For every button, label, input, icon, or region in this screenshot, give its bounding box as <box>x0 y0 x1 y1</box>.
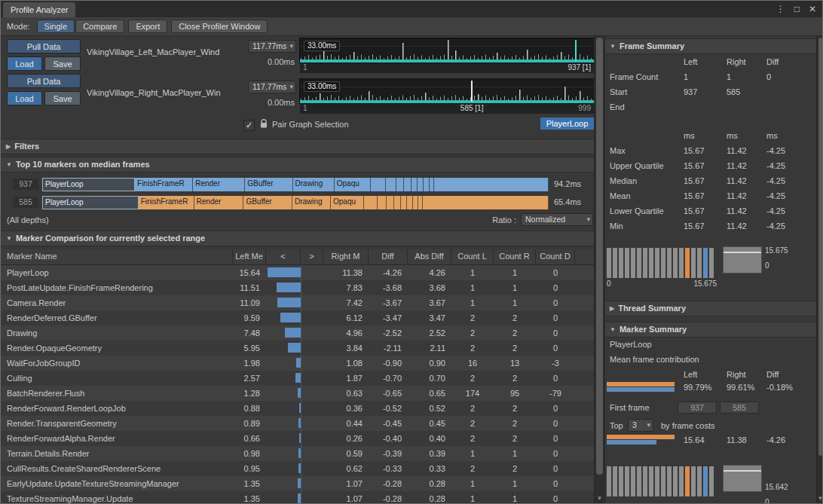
marker-row[interactable]: CullResults.CreateSharedRendererScene0.9… <box>1 461 594 476</box>
median-frame-bar[interactable]: PlayerLoopFinishFrameRRenderGBufferDrawi… <box>42 196 549 209</box>
filters-header[interactable]: ▶Filters <box>1 139 594 154</box>
marker-segment[interactable] <box>378 196 387 209</box>
frame-index-chip[interactable]: 937 <box>13 179 38 190</box>
top-n-dropdown[interactable]: 3 ▾ <box>628 419 653 432</box>
pull-data-right-button[interactable]: Pull Data <box>7 74 81 88</box>
marker-segment[interactable]: FinishFrameR <box>139 196 194 209</box>
marker-segment[interactable] <box>434 178 549 191</box>
marker-segment[interactable] <box>371 178 386 191</box>
marker-segment[interactable] <box>424 178 430 191</box>
marker-row[interactable]: Terrain.Details.Render0.980.59-0.390.391… <box>1 446 594 461</box>
main-scrollbar[interactable]: ▼ <box>594 35 604 503</box>
marker-row[interactable]: Render.OpaqueGeometry5.953.84-2.112.1122… <box>1 341 594 356</box>
column-header[interactable]: Diff <box>369 249 408 264</box>
marker-segment[interactable] <box>407 196 413 209</box>
scrollbar-thumb[interactable] <box>818 38 822 456</box>
ratio-dropdown[interactable]: Normalized ▾ <box>521 213 593 226</box>
column-header[interactable]: Count R <box>494 249 536 264</box>
frame-index-chip[interactable]: 585 <box>13 197 38 208</box>
panel-scrollbar[interactable]: ▼ <box>816 35 823 503</box>
column-header[interactable]: Abs Diff <box>408 249 451 264</box>
marker-segment[interactable]: PlayerLoop <box>42 196 139 209</box>
marker-segment[interactable] <box>394 196 401 209</box>
marker-segment[interactable] <box>418 178 424 191</box>
scroll-down-icon[interactable]: ▼ <box>817 495 823 502</box>
ratio-value: Normalized <box>525 215 565 224</box>
marker-row[interactable]: PostLateUpdate.FinishFrameRendering11.51… <box>1 280 594 295</box>
maximize-icon[interactable]: □ <box>794 4 800 14</box>
marker-segment[interactable] <box>423 196 549 209</box>
marker-row[interactable]: Culling2.571.87-0.700.70220 <box>1 371 594 386</box>
marker-segment[interactable]: GBuffer <box>243 196 292 209</box>
marker-row[interactable]: Render.TransparentGeometry0.890.44-0.450… <box>1 416 594 431</box>
mode-compare-button[interactable]: Compare <box>75 20 124 33</box>
marker-segment[interactable] <box>387 196 394 209</box>
pull-data-left-button[interactable]: Pull Data <box>7 39 81 53</box>
marker-histogram[interactable]: 15.642 0 <box>605 462 816 503</box>
marker-segment[interactable] <box>401 196 407 209</box>
marker-segment[interactable] <box>430 178 435 191</box>
marker-segment[interactable]: Render <box>194 196 244 209</box>
marker-row[interactable]: BatchRenderer.Flush1.280.63-0.650.651749… <box>1 386 594 401</box>
marker-segment[interactable] <box>396 178 405 191</box>
column-header[interactable]: Right M <box>323 249 369 264</box>
marker-row[interactable]: PlayerLoop15.6411.38-4.264.26110 <box>1 265 594 280</box>
column-header[interactable]: Count L <box>451 249 494 264</box>
marker-row[interactable]: RenderDeferred.GBuffer9.596.12-3.473.472… <box>1 310 594 325</box>
close-profiler-window-button[interactable]: Close Profiler Window <box>171 20 268 33</box>
marker-segment[interactable] <box>413 196 418 209</box>
frame-histogram[interactable]: 15.675 0 0 15.675 <box>605 243 816 296</box>
marker-row[interactable]: WaitForJobGroupID1.981.08-0.900.901613-3 <box>1 356 594 371</box>
marker-segment[interactable] <box>418 196 424 209</box>
marker-summary-header[interactable]: ▼Marker Summary <box>605 322 816 338</box>
marker-segment[interactable] <box>364 196 377 209</box>
marker-row[interactable]: EarlyUpdate.UpdateTextureStreamingManage… <box>1 476 594 491</box>
mode-single-button[interactable]: Single <box>37 20 75 33</box>
marker-row[interactable]: TextureStreamingManager.Update1.351.07-0… <box>1 491 594 503</box>
left-frame-time-graph[interactable]: 33.00ms <box>300 38 594 63</box>
marker-segment[interactable]: Opaqu <box>335 178 372 191</box>
menu-icon[interactable]: ⋮ <box>776 4 785 14</box>
selected-marker-chip[interactable]: PlayerLoop <box>540 118 594 130</box>
load-left-button[interactable]: Load <box>7 57 42 71</box>
scrollbar-thumb[interactable] <box>596 38 603 475</box>
column-header[interactable]: Marker Name <box>1 249 233 264</box>
close-icon[interactable]: ✕ <box>809 4 816 14</box>
marker-row[interactable]: Drawing7.484.96-2.522.52220 <box>1 325 594 341</box>
marker-row[interactable]: RenderForwardAlpha.Render0.660.26-0.400.… <box>1 431 594 446</box>
right-max-range-dropdown[interactable]: 117.77ms ▾ <box>248 81 296 93</box>
right-frame-time-graph[interactable]: 33.00ms <box>300 79 594 103</box>
column-header[interactable]: Count D <box>536 249 575 264</box>
first-frame-left-button[interactable]: 937 <box>678 402 717 414</box>
tab-profile-analyzer[interactable]: Profile Analyzer <box>3 2 75 17</box>
save-right-button[interactable]: Save <box>44 91 81 105</box>
marker-segment[interactable] <box>404 178 411 191</box>
marker-row[interactable]: RenderForward.RenderLoopJob0.880.36-0.52… <box>1 401 594 416</box>
thread-summary-header[interactable]: ▶Thread Summary <box>605 301 816 316</box>
marker-segment[interactable]: Render <box>193 178 245 191</box>
column-header[interactable]: Left Me <box>233 249 266 264</box>
median-frame-bar[interactable]: PlayerLoopFinishFrameRRenderGBufferDrawi… <box>42 178 549 191</box>
marker-segment[interactable]: Drawing <box>293 178 335 191</box>
column-header[interactable]: < <box>266 249 301 264</box>
marker-row[interactable]: Camera.Render11.097.42-3.673.67110 <box>1 295 594 310</box>
marker-segment[interactable]: Drawing <box>292 196 331 209</box>
marker-segment[interactable]: GBuffer <box>245 178 292 191</box>
marker-segment[interactable]: FinishFrameR <box>135 178 193 191</box>
column-header[interactable]: > <box>301 249 323 264</box>
first-frame-right-button[interactable]: 585 <box>720 402 759 414</box>
frame-summary-header[interactable]: ▼Frame Summary <box>605 38 816 54</box>
pair-graph-checkbox[interactable]: ✓ <box>243 120 255 131</box>
top10-header[interactable]: ▼Top 10 markers on median frames <box>1 157 594 173</box>
load-right-button[interactable]: Load <box>7 91 42 105</box>
left-max-range-dropdown[interactable]: 117.77ms ▾ <box>248 40 296 53</box>
marker-segment[interactable] <box>412 178 418 191</box>
scroll-down-icon[interactable]: ▼ <box>595 495 604 502</box>
marker-segment[interactable]: Opaqu <box>331 196 364 209</box>
marker-segment[interactable]: PlayerLoop <box>42 178 135 191</box>
comparison-header[interactable]: ▼Marker Comparison for currently selecte… <box>1 231 594 246</box>
export-button[interactable]: Export <box>128 20 167 33</box>
lock-icon[interactable] <box>259 119 268 129</box>
marker-segment[interactable] <box>386 178 396 191</box>
save-left-button[interactable]: Save <box>44 57 81 71</box>
